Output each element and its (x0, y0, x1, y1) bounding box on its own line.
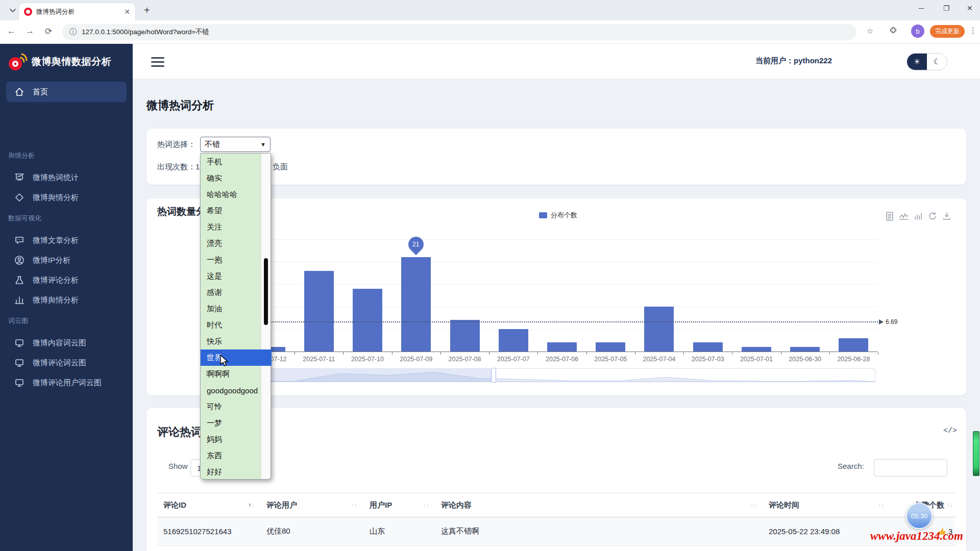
th-comment-id[interactable]: 评论ID↑↓ (157, 500, 260, 510)
dropdown-option[interactable]: 啊啊啊 (201, 366, 262, 382)
bar-2025-07-05[interactable] (596, 342, 625, 352)
sidebar-item[interactable]: 微博舆情分析 (6, 290, 127, 310)
back-button[interactable]: ← (7, 26, 16, 36)
th-comment-user[interactable]: 评论用户↑↓ (260, 500, 363, 510)
extensions-icon[interactable] (889, 27, 897, 36)
dropdown-option[interactable]: 确实 (201, 170, 262, 186)
bar-2025-07-11[interactable] (304, 271, 334, 352)
sidebar-item[interactable]: 微博IP分析 (6, 250, 127, 270)
window-close-button[interactable]: ✕ (967, 4, 973, 12)
bar-2025-07-06[interactable] (547, 342, 577, 352)
sidebar-item[interactable]: 微博内容词云图 (6, 333, 127, 353)
browser-tab[interactable]: 微博热词分析 ✕ (19, 3, 135, 20)
dropdown-option[interactable]: 关注 (201, 219, 262, 235)
bar-2025-07-09[interactable] (401, 257, 431, 352)
hotword-select[interactable]: 不错 ▼ (200, 137, 271, 152)
bar-2025-07-04[interactable] (644, 307, 674, 352)
bar-2025-07-10[interactable] (353, 289, 382, 352)
sidebar-item[interactable]: 微博热词统计 (6, 167, 127, 188)
code-icon[interactable]: </> (943, 427, 957, 435)
gridline (246, 239, 878, 240)
home-icon (14, 87, 24, 97)
dropdown-option[interactable]: goodgoodgood (201, 382, 262, 398)
datazoom-handle[interactable] (491, 368, 496, 383)
dropdown-option[interactable]: 哈哈哈哈 (201, 186, 262, 203)
window-minimize-button[interactable]: ─ (919, 4, 924, 12)
sidebar-item[interactable]: 微博文章分析 (6, 230, 127, 251)
profile-avatar[interactable]: b (911, 24, 924, 38)
tab-search-button[interactable] (5, 4, 20, 17)
th-comment-time[interactable]: 评论时间↑↓ (763, 500, 890, 510)
datazoom-slider[interactable] (271, 368, 875, 382)
theme-toggle[interactable]: ☀ ☾ (906, 53, 947, 70)
dropdown-option[interactable]: 妈妈 (201, 431, 262, 447)
dropdown-option[interactable]: 加油 (201, 300, 262, 317)
dropdown-option[interactable]: 感谢 (201, 284, 262, 300)
sidebar-item[interactable]: 微博舆情分析 (6, 187, 127, 208)
dropdown-option[interactable]: 快乐 (201, 333, 262, 349)
table-row[interactable]: 5169251027521643 优佳80 山东 这真不错啊 2025-05-2… (157, 517, 955, 546)
dropdown-option[interactable]: 时代 (201, 317, 262, 333)
sidebar-item-home[interactable]: 首页 (6, 82, 127, 102)
th-user-ip[interactable]: 用户IP↑↓ (363, 500, 435, 510)
sort-icons[interactable]: ↑↓ (878, 502, 890, 509)
sort-icons[interactable]: ↑↓ (946, 502, 952, 509)
popup-scrollbar-thumb[interactable] (264, 258, 268, 325)
bar-2025-06-30[interactable] (790, 347, 820, 352)
bookmark-star-icon[interactable]: ☆ (867, 27, 873, 36)
popup-scrollbar-track[interactable] (261, 154, 271, 479)
tab-close-icon[interactable]: ✕ (124, 8, 130, 16)
sort-icons[interactable]: ↑↓ (423, 502, 435, 509)
bar-2025-07-03[interactable] (693, 342, 723, 352)
dropdown-option[interactable]: 好好 (201, 464, 262, 480)
th-comment-content[interactable]: 评论内容↑↓ (435, 500, 763, 510)
chart-legend[interactable]: 分布个数 (539, 211, 577, 220)
search-input[interactable] (874, 459, 947, 477)
download-icon[interactable] (942, 211, 952, 221)
site-info-icon[interactable]: ⓘ (69, 28, 77, 37)
dropdown-option[interactable]: 东西 (201, 447, 262, 464)
dropdown-option[interactable]: 一抱 (201, 252, 262, 268)
bar-2025-07-08[interactable] (450, 320, 480, 352)
max-point-marker: 21 (405, 234, 427, 255)
window-maximize-button[interactable]: ❐ (943, 4, 950, 12)
axis-tick (635, 352, 635, 355)
sidebar-item[interactable]: 微博评论用户词云图 (6, 372, 127, 393)
bar-2025-06-28[interactable] (839, 338, 868, 352)
current-user: 当前用户：python222 (755, 56, 832, 66)
dropdown-option[interactable]: 可怜 (201, 398, 262, 415)
bar-2025-07-07[interactable] (499, 329, 528, 352)
refresh-icon[interactable] (927, 211, 938, 221)
line-chart-icon[interactable] (899, 211, 909, 221)
recording-timer-badge[interactable]: 05:30 (906, 503, 933, 529)
dropdown-option[interactable]: 漂亮 (201, 235, 262, 252)
chrome-update-button[interactable]: 完成更新 (930, 25, 965, 38)
url-bar[interactable]: ⓘ 127.0.0.1:5000/page/hotWord?word=不错 (62, 24, 856, 40)
sidebar-item[interactable]: 微博评论分析 (6, 270, 127, 290)
hamburger-menu-icon[interactable] (151, 57, 164, 69)
new-tab-button[interactable]: + (144, 5, 150, 15)
page-scrollbar-thumb[interactable] (973, 431, 979, 476)
dark-mode-moon-icon[interactable]: ☾ (927, 54, 947, 70)
dropdown-option[interactable]: 这是 (201, 268, 262, 284)
sidebar-section-label: 数据可视化 (8, 214, 41, 223)
reload-button[interactable]: ⟳ (45, 26, 52, 37)
bar-2025-07-01[interactable] (742, 347, 771, 352)
dropdown-option[interactable]: 世界 (201, 349, 272, 366)
datazoom-selected-range[interactable] (271, 369, 494, 382)
dropdown-option[interactable]: 手机 (201, 154, 262, 170)
sidebar-item-label: 微博IP分析 (33, 256, 70, 265)
dropdown-option[interactable]: 希望 (201, 203, 262, 219)
forward-button[interactable]: → (26, 26, 34, 36)
bar-chart-icon[interactable] (913, 211, 923, 221)
sort-icons[interactable]: ↑↓ (750, 502, 763, 509)
axis-tick (878, 352, 878, 355)
browser-menu-icon[interactable]: ⋮ (969, 26, 977, 35)
dropdown-option[interactable]: 一梦 (201, 415, 262, 431)
chart-plot-area: 6.6921 (246, 239, 878, 352)
light-mode-sun-icon[interactable]: ☀ (907, 54, 927, 70)
sort-icons[interactable]: ↑↓ (351, 502, 363, 509)
sidebar-item[interactable]: 微博评论词云图 (6, 353, 127, 373)
sort-icons[interactable]: ↑↓ (248, 502, 260, 509)
data-view-icon[interactable] (885, 211, 895, 221)
